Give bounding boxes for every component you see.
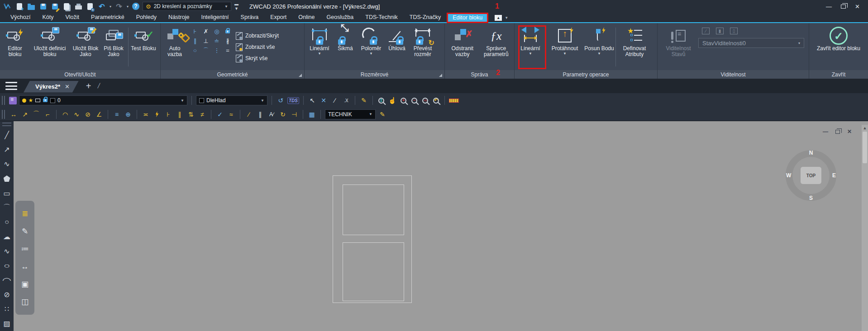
dim-chain-icon[interactable]: ∥ — [175, 110, 184, 119]
dim-uhlova-button[interactable]: Úhlová — [385, 24, 409, 70]
preview-icon[interactable] — [86, 2, 94, 10]
tab-online[interactable]: Online — [292, 13, 320, 22]
toolbar-grip[interactable] — [2, 110, 5, 119]
fence-select-icon[interactable]: ∕ — [330, 96, 339, 105]
undo-dropdown-icon[interactable]: ▾ — [110, 5, 111, 9]
tab-vychozi[interactable]: Výchozí — [5, 13, 36, 22]
dialog-launcher-icon[interactable] — [439, 74, 442, 77]
doc-close-icon[interactable]: ✕ — [847, 128, 852, 135]
revcloud-tool-icon[interactable]: ☁ — [1, 229, 12, 244]
dim-update-icon[interactable]: ↻ — [278, 110, 287, 119]
dim-style-dropdown[interactable]: TECHNIK ▼ — [325, 109, 376, 119]
zoom-in-icon[interactable]: + — [401, 98, 406, 104]
pis-blok-jako-button[interactable]: Piš Blok Jako — [100, 24, 127, 70]
close-icon[interactable]: ✕ — [855, 3, 860, 10]
tab-tds-technik[interactable]: TDS-Technik — [359, 13, 404, 22]
visibility-mode-icon[interactable]: ▯ — [730, 28, 738, 34]
auto-vazba-button[interactable]: Auto vazba — [162, 24, 188, 70]
layer-freeze-icon[interactable] — [29, 98, 33, 103]
construction-line-tool-icon[interactable]: ↗ — [1, 142, 12, 157]
smooth-constraint-icon[interactable]: ⌒ — [200, 46, 211, 55]
dim-continue-icon[interactable]: ⊦ — [164, 110, 173, 119]
restore-icon[interactable] — [841, 5, 846, 9]
edit-block-icon[interactable]: ✎ — [22, 227, 28, 236]
match-properties-icon[interactable]: ✎ — [359, 96, 368, 105]
collinear-constraint-icon[interactable]: ⋮ — [211, 46, 222, 55]
ulozit-definici-button[interactable]: Uložit definici bloku — [29, 24, 71, 70]
dim-jogged-icon[interactable]: ∿ — [72, 110, 81, 119]
block-geometry-inner-rect-top[interactable] — [343, 184, 404, 235]
doc-restore-icon[interactable] — [835, 130, 840, 134]
arc-tool-icon[interactable]: ⌒ — [1, 200, 12, 215]
dim-radius-icon[interactable]: ◠ — [61, 110, 70, 119]
drawing-tab-vykres2[interactable]: Výkres2* ✕ — [24, 81, 79, 93]
dim-reassociate-icon[interactable]: ⊣ — [290, 110, 299, 119]
crossing-select-icon[interactable]: ✕ — [319, 96, 328, 105]
view-compass[interactable]: N W E S TOP — [786, 150, 836, 201]
visibility-state-dropdown[interactable]: StavViditelnosti0 ▾ — [698, 38, 804, 48]
spline-tool-icon[interactable]: ∿ — [1, 244, 12, 258]
compass-east[interactable]: E — [832, 172, 836, 179]
param-linearni-button[interactable]: Lineární ▾ — [515, 24, 545, 70]
print-icon[interactable] — [74, 2, 82, 10]
dim-angular-icon[interactable]: ∠ — [95, 110, 104, 119]
ellipse-tool-icon[interactable]: ○ — [0, 259, 14, 273]
lock-constraint-icon[interactable] — [222, 27, 233, 36]
workspace-selector[interactable]: ⚙ 2D kreslení a poznámky ▼ — [143, 2, 231, 11]
vertical-scrollbar[interactable]: ▲ — [862, 125, 868, 331]
doc-minimize-icon[interactable]: — — [823, 128, 828, 135]
quick-dim-icon[interactable]: ≍ — [141, 110, 150, 119]
dropdown-caret-icon[interactable]: ▾ — [598, 52, 601, 55]
point-tool-icon[interactable]: ∷ — [1, 302, 12, 317]
polyline-tool-icon[interactable]: ∿ — [1, 157, 12, 171]
layer-dropdown[interactable]: 0 ▼ — [19, 95, 187, 105]
layer-color-swatch[interactable] — [50, 98, 55, 103]
ribbon-up-icon[interactable]: ▲ — [495, 15, 502, 21]
zavrit-editor-button[interactable]: ✓ Zavřít editor bloku — [814, 24, 863, 70]
line-tool-icon[interactable]: ╱ — [1, 128, 12, 142]
dim-sikma-button[interactable]: ⤡ Šikmá — [334, 24, 357, 70]
dim-diameter-icon[interactable]: ⊘ — [83, 110, 92, 119]
dropdown-caret-icon[interactable]: ▾ — [564, 52, 566, 55]
tab-parametricke[interactable]: Parametrické — [85, 13, 130, 22]
zobrazit-vse-button[interactable]: Zobrazit vše — [236, 42, 279, 52]
posun-bodu-button[interactable]: Posun Bodu ▾ — [584, 24, 614, 70]
redo-dropdown-icon[interactable]: ▾ — [127, 5, 129, 9]
color-dropdown[interactable]: DleHlad ▼ — [196, 95, 267, 105]
dim-ordinate-icon[interactable]: ⌐ — [43, 110, 52, 119]
dim-prevest-button[interactable]: ↻ Převést rozměr — [409, 24, 437, 70]
elliptical-arc-tool-icon[interactable]: ◠ — [0, 273, 14, 288]
coincident-constraint-icon[interactable]: ✗ — [200, 27, 211, 36]
select-blocks-icon[interactable]: ▣ — [21, 279, 29, 289]
zoom-previous-icon[interactable]: ↶ — [433, 98, 439, 104]
dim-text-edit-icon[interactable]: A∕ — [267, 110, 276, 119]
new-tab-icon[interactable]: + — [86, 81, 91, 91]
numbered-list-icon[interactable]: ≔ — [21, 244, 29, 254]
dim-edit-icon[interactable]: ∕ — [244, 110, 253, 119]
dropdown-caret-icon[interactable]: ▾ — [370, 52, 372, 55]
dim-oblique-icon[interactable]: ∥ — [256, 110, 265, 119]
linear-dimension-icon[interactable]: ↔ — [21, 262, 29, 271]
dim-linearni-button[interactable]: Lineární ▾ — [305, 24, 334, 70]
layer-plot-icon[interactable] — [35, 99, 40, 102]
block-geometry-inner-rect-bottom[interactable] — [343, 242, 404, 301]
symmetric-constraint-icon[interactable]: ∦ — [222, 36, 233, 46]
dropdown-caret-icon[interactable]: ▾ — [529, 52, 532, 55]
tab-close-icon[interactable]: ✕ — [65, 83, 70, 90]
layer-lock-icon[interactable] — [43, 99, 48, 102]
table-icon[interactable]: ▦ — [307, 110, 316, 119]
dim-jogline-icon[interactable]: ≈ — [227, 110, 236, 119]
select-cursor-icon[interactable]: ↖ — [308, 96, 317, 105]
minimize-icon[interactable]: — — [826, 3, 832, 10]
tds-logo-icon[interactable]: TDS — [287, 97, 299, 104]
dim-baseline-icon[interactable]: ≡ — [112, 110, 121, 119]
zoom-out-icon[interactable]: − — [411, 98, 417, 104]
drawing-canvas[interactable]: ╱ ↗ ∿ ▭ ⌒ ○ ☁ ∿ ○ ◠ ⊘ ∷ ▨ ≣ ✎ ≔ ↔ ▣ ◫ — [0, 121, 868, 331]
dim-polomer-button[interactable]: Poloměr ▾ — [357, 24, 385, 70]
toolbar-grip[interactable] — [2, 123, 11, 126]
zoom-window-icon[interactable]: ▭ — [422, 98, 428, 104]
tab-tds-znacky[interactable]: TDS-Značky — [404, 13, 447, 22]
dim-arc-length-icon[interactable]: ⌒ — [32, 110, 41, 119]
dim-check-icon[interactable]: ✓ — [215, 110, 224, 119]
zobrazit-skryt-button[interactable]: Zobrazit/Skrýt — [236, 31, 279, 41]
